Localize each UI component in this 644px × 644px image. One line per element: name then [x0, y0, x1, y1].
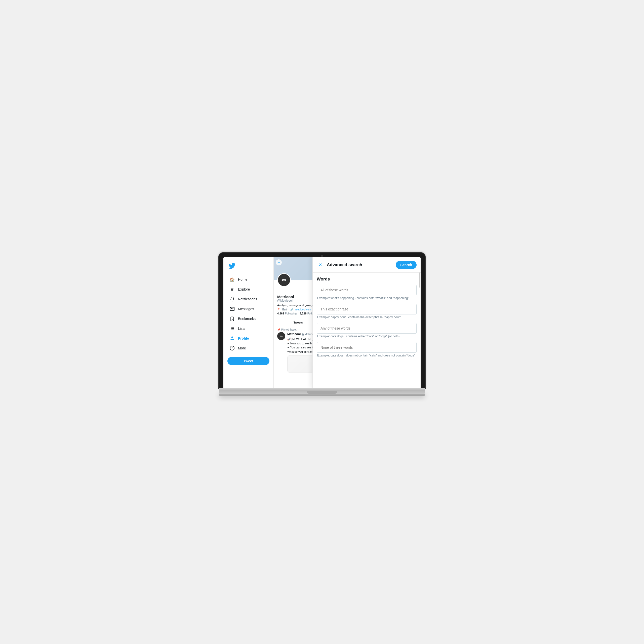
none-words-hint: Example: cats dogs · does not contain "c…	[317, 354, 417, 357]
exact-phrase-input[interactable]	[317, 304, 417, 314]
home-icon: 🏠	[229, 277, 235, 282]
sidebar: 🏠 Home # Explore N	[223, 257, 274, 388]
search-modal-title-row: ✕ Advanced search	[317, 261, 362, 268]
sidebar-item-home-label: Home	[238, 277, 247, 281]
avatar-img: ∞	[278, 274, 290, 286]
list-icon	[229, 326, 235, 331]
all-words-input[interactable]	[317, 285, 417, 295]
laptop: 🏠 Home # Explore N	[219, 253, 425, 396]
sidebar-item-more[interactable]: More	[225, 343, 271, 353]
mail-icon	[229, 306, 235, 312]
all-words-hint: Example: what's happening · contains bot…	[317, 296, 417, 300]
sidebar-item-explore[interactable]: # Explore	[225, 285, 271, 294]
search-modal-header: ✕ Advanced search Search	[313, 257, 421, 273]
laptop-bottom	[219, 394, 425, 396]
back-button[interactable]: ←	[276, 259, 282, 265]
tweet-author: Metricool	[287, 332, 301, 336]
website-link[interactable]: metricool.com	[295, 308, 311, 311]
none-words-group: Example: cats dogs · does not contain "c…	[317, 342, 417, 357]
sidebar-item-messages-label: Messages	[238, 307, 254, 311]
bell-icon	[229, 296, 235, 302]
pin-icon: 📌	[277, 328, 280, 331]
twitter-ui: 🏠 Home # Explore N	[223, 257, 421, 388]
sidebar-item-lists-label: Lists	[238, 327, 245, 331]
advanced-search-overlay: ✕ Advanced search Search Words Exampl	[312, 257, 421, 388]
sidebar-item-lists[interactable]: Lists	[225, 324, 271, 333]
sidebar-item-profile-label: Profile	[238, 336, 249, 340]
tweet-button[interactable]: Tweet	[227, 357, 269, 365]
following-label: Following	[285, 312, 297, 315]
profile-icon	[229, 336, 235, 341]
metricool-logo: ∞	[282, 276, 286, 284]
search-modal-body: Words Example: what's happening · contai…	[313, 273, 421, 388]
search-modal-title: Advanced search	[327, 262, 362, 267]
sidebar-item-home[interactable]: 🏠 Home	[225, 275, 271, 284]
sidebar-item-more-label: More	[238, 346, 246, 350]
exact-phrase-group: Example: happy hour · contains the exact…	[317, 304, 417, 319]
location-icon: 📍	[277, 308, 280, 311]
any-words-hint: Example: cats dogs · contains either "ca…	[317, 335, 417, 338]
twitter-logo-icon	[228, 262, 235, 269]
laptop-base	[219, 388, 425, 394]
any-words-group: Example: cats dogs · contains either "ca…	[317, 323, 417, 338]
tweet-avatar-logo: ∞	[280, 334, 283, 338]
search-button[interactable]: Search	[396, 261, 417, 269]
laptop-screen: 🏠 Home # Explore N	[223, 257, 421, 388]
svg-point-7	[231, 337, 233, 338]
following-stat: 4,362 Following	[277, 312, 297, 315]
words-section-title: Words	[317, 277, 417, 282]
close-button[interactable]: ✕	[317, 261, 324, 268]
scroll-indicator	[419, 272, 420, 288]
bookmark-icon	[229, 316, 235, 321]
sidebar-item-bookmarks-label: Bookmarks	[238, 317, 256, 321]
link-icon: 🔗	[290, 308, 293, 311]
location-text: Earth	[282, 308, 288, 311]
more-icon	[229, 345, 235, 351]
none-words-input[interactable]	[317, 342, 417, 353]
sidebar-item-notifications[interactable]: Notifications	[225, 294, 271, 304]
all-words-group: Example: what's happening · contains bot…	[317, 285, 417, 300]
sidebar-item-notifications-label: Notifications	[238, 297, 257, 301]
laptop-screen-bezel: 🏠 Home # Explore N	[219, 253, 425, 388]
sidebar-logo	[223, 260, 273, 274]
explore-icon: #	[229, 287, 235, 292]
tweet-avatar: ∞	[277, 332, 285, 340]
sidebar-item-bookmarks[interactable]: Bookmarks	[225, 314, 271, 324]
any-words-input[interactable]	[317, 323, 417, 334]
sidebar-item-messages[interactable]: Messages	[225, 304, 271, 314]
scene: 🏠 Home # Explore N	[209, 238, 435, 406]
sidebar-item-explore-label: Explore	[238, 287, 250, 291]
sidebar-item-profile[interactable]: Profile	[225, 334, 271, 343]
exact-phrase-hint: Example: happy hour · contains the exact…	[317, 315, 417, 319]
profile-avatar: ∞	[277, 273, 291, 287]
